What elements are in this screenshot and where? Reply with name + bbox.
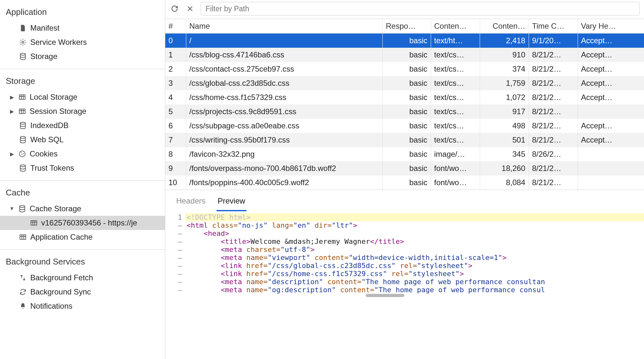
table-row[interactable]: 10/fonts/poppins-400.40c005c9.woff2basic… [165,175,644,190]
table-icon [18,93,26,101]
table-row[interactable]: 5/css/projects-css.9c8d9591.cssbasictext… [165,105,644,119]
table-cell: font/wo… [431,175,480,190]
line-number: – [165,237,185,245]
table-cell: 2,418 [480,34,529,48]
svg-point-13 [21,153,22,154]
source-line[interactable]: – <title>Welcome &mdash;Jeremy Wagner</t… [165,237,644,245]
table-cell: Accept… [578,90,644,105]
sidebar-item-indexeddb[interactable]: IndexedDB [0,118,165,133]
table-cell: 8/21/2… [529,48,578,62]
preview-pane[interactable]: 1<!DOCTYPE html>–<html class="no-js" lan… [165,211,644,359]
disclosure-triangle-icon[interactable]: ▶ [9,151,15,157]
svg-point-14 [23,153,24,154]
disclosure-triangle-icon[interactable]: ▶ [9,94,15,100]
sidebar-item-service-workers[interactable]: Service Workers [0,35,165,49]
source-line[interactable]: – <meta charset="utf-8"> [165,245,644,254]
column-header[interactable]: Conten… [431,19,480,34]
detail-tabs: HeadersPreview [165,190,644,211]
table-cell [578,175,644,190]
table-cell: basic [382,62,431,76]
table-cell: basic [382,147,431,161]
disclosure-triangle-icon[interactable]: ▶ [9,108,15,115]
sidebar-item-cache-storage[interactable]: ▼Cache Storage [0,202,165,216]
column-header[interactable]: Conten… [480,19,529,34]
source-line[interactable]: – <meta name="description" content="The … [165,278,644,286]
svg-rect-6 [19,109,25,114]
sidebar-item-background-fetch[interactable]: Background Fetch [0,271,165,285]
sidebar-item-cache-entry[interactable]: v1625760393456 - https://je [0,216,165,230]
tab-headers[interactable]: Headers [175,193,207,211]
source-line[interactable]: – <link href="/css/global-css.c23d85dc.c… [165,262,644,270]
source-line[interactable]: – <meta name="viewport" content="width=d… [165,254,644,262]
clear-button[interactable] [185,4,195,14]
sidebar-item-label: Background Sync [30,287,91,296]
source-code: <meta name="description" content="The ho… [185,278,644,286]
sidebar-item-application-cache[interactable]: Application Cache [0,230,165,244]
svg-point-15 [22,155,23,155]
source-line[interactable]: 1<!DOCTYPE html> [165,213,644,221]
scrollbar-thumb[interactable] [366,294,404,297]
filter-input[interactable] [201,2,639,15]
sidebar-item-web-sql[interactable]: Web SQL [0,133,165,147]
table-cell: basic [382,175,431,190]
line-number: 1 [165,213,185,221]
table-cell: 8/21/2… [529,90,578,105]
table-cell: /css/projects-css.9c8d9591.css [186,105,382,119]
database-icon [19,121,27,130]
sidebar-item-label: Application Cache [30,233,92,242]
source-line[interactable]: – <link href="/css/home-css.f1c57329.css… [165,270,644,278]
table-cell: basic [382,90,431,105]
column-header[interactable]: Respo… [382,19,431,34]
table-row[interactable]: 8/favicon-32x32.pngbasicimage/…3458/26/2… [165,147,644,161]
table-row[interactable]: 3/css/global-css.c23d85dc.cssbasictext/c… [165,76,644,90]
table-cell: Accept… [578,48,644,62]
database-icon [18,204,26,213]
sidebar-section-header: Application [0,3,165,21]
table-row[interactable]: 2/css/contact-css.275ceb97.cssbasictext/… [165,62,644,76]
sidebar-item-storage[interactable]: Storage [0,49,165,64]
sidebar-item-local-storage[interactable]: ▶Local Storage [0,90,165,104]
table-cell: 10 [165,175,186,190]
table-row[interactable]: 7/css/writing-css.95b0f179.cssbasictext/… [165,133,644,147]
sidebar-item-session-storage[interactable]: ▶Session Storage [0,104,165,118]
sidebar-item-label: Service Workers [30,38,87,47]
source-line[interactable]: – <head> [165,229,644,237]
sidebar-item-notifications[interactable]: Notifications [0,299,165,313]
source-line[interactable]: –<html class="no-js" lang="en" dir="ltr"… [165,221,644,229]
sidebar-section-header: Cache [0,184,165,202]
disclosure-triangle-icon[interactable]: ▼ [9,206,15,212]
refresh-button[interactable] [170,4,179,14]
table-cell: Accept… [578,62,644,76]
sidebar-item-cookies[interactable]: ▶Cookies [0,147,165,161]
horizontal-scrollbar[interactable] [185,294,644,297]
fetch-icon [19,274,27,282]
table-row[interactable]: 0/basictext/ht…2,4189/1/20…Accept… [165,34,644,48]
sidebar-item-trust-tokens[interactable]: Trust Tokens [0,161,165,175]
table-row[interactable]: 9/fonts/overpass-mono-700.4b8617db.woff2… [165,161,644,175]
table-cell: text/cs… [431,62,480,76]
table-cell: basic [382,133,431,147]
sidebar-section-header: Background Services [0,253,165,271]
sidebar-item-manifest[interactable]: Manifest [0,21,165,35]
source-line[interactable]: – <meta name="og:description" content="T… [165,286,644,294]
sidebar-section-header: Storage [0,72,165,90]
svg-point-1 [20,53,25,55]
sidebar-item-label: IndexedDB [30,121,69,130]
sidebar-item-label: v1625760393456 - https://je [41,218,137,227]
table-cell: 0 [165,34,186,48]
column-header[interactable]: Name [186,19,382,34]
table-icon [30,219,38,227]
source-code: <meta name="og:description" content="The… [185,286,644,294]
main-panel: #NameRespo…Conten…Conten…Time C…Vary He…… [165,0,644,359]
column-header[interactable]: # [165,19,186,34]
table-row[interactable]: 6/css/subpage-css.a0e0eabe.cssbasictext/… [165,119,644,133]
tab-preview[interactable]: Preview [216,193,246,211]
table-row[interactable]: 1/css/blog-css.47146ba6.cssbasictext/cs…… [165,48,644,62]
sidebar-item-background-sync[interactable]: Background Sync [0,285,165,299]
source-code: <head> [185,229,644,237]
column-header[interactable]: Vary He… [578,19,644,34]
table-row[interactable]: 4/css/home-css.f1c57329.cssbasictext/cs…… [165,90,644,105]
column-header[interactable]: Time C… [529,19,578,34]
table-cell: 8/21/2… [529,105,578,119]
table-cell [578,147,644,161]
